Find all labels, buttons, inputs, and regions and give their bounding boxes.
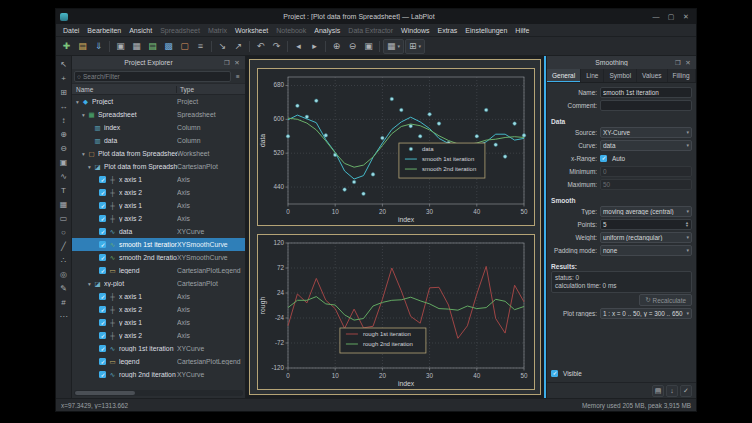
- new-folder-button[interactable]: ▣: [113, 39, 128, 54]
- plot-ranges-combo[interactable]: 1 : x = 0 .. 50, y = 300 .. 650▾: [600, 308, 692, 319]
- add-rect-tool-button[interactable]: ▭: [57, 212, 70, 225]
- xrange-auto-checkbox[interactable]: [600, 155, 607, 162]
- new-notebook-button[interactable]: ≡: [193, 39, 208, 54]
- visibility-checkbox[interactable]: [99, 345, 106, 352]
- select-tool-button[interactable]: ↖: [57, 58, 70, 71]
- expander-icon[interactable]: ▾: [74, 99, 81, 105]
- tree-item-y-axis-1[interactable]: ┼y axis 1Axis: [72, 199, 245, 212]
- zoom-out-button[interactable]: ⊖: [345, 39, 360, 54]
- recalculate-button[interactable]: ↻Recalculate: [639, 294, 692, 306]
- search-input[interactable]: [83, 73, 228, 80]
- zoom-select-tool-button[interactable]: ⊞: [57, 86, 70, 99]
- import-data-button[interactable]: ↘: [215, 39, 230, 54]
- visibility-checkbox[interactable]: [99, 306, 106, 313]
- plot-legend[interactable]: datasmooth 1st iterationsmooth 2nd itera…: [399, 143, 485, 178]
- curve-combo[interactable]: data▾: [600, 140, 692, 151]
- menu-bearbeiten[interactable]: Bearbeiten: [83, 27, 125, 34]
- expander-icon[interactable]: ▾: [86, 281, 93, 287]
- comment-field[interactable]: [600, 100, 692, 111]
- series-rough-2nd-iteration[interactable]: [288, 297, 524, 321]
- tree-item-rough-1st-iteration[interactable]: ∿rough 1st iterationXYCurve: [72, 342, 245, 355]
- visibility-checkbox[interactable]: [99, 228, 106, 235]
- tree-item-spreadsheet[interactable]: ▾▦SpreadsheetSpreadsheet: [72, 108, 245, 121]
- navigate-next-button[interactable]: ▸: [307, 39, 322, 54]
- view-mode-button[interactable]: ▦▾: [383, 39, 404, 54]
- visibility-checkbox[interactable]: [99, 202, 106, 209]
- float-dock-icon[interactable]: ❐: [673, 59, 683, 67]
- weight-combo[interactable]: uniform (rectangular)▾: [600, 232, 692, 243]
- close-dock-icon[interactable]: ✕: [683, 59, 693, 67]
- menu-analysis[interactable]: Analysis: [310, 27, 344, 34]
- tree-item-plot-data-from-spreadsheet[interactable]: ▾▢Plot data from SpreadsheetWorksheet: [72, 147, 245, 160]
- open-project-button[interactable]: ▤: [75, 39, 90, 54]
- visibility-checkbox[interactable]: [99, 371, 106, 378]
- tree-item-legend[interactable]: ▭legendCartesianPlotLegend: [72, 355, 245, 368]
- visibility-checkbox[interactable]: [99, 176, 106, 183]
- menu-worksheet[interactable]: Worksheet: [231, 27, 272, 34]
- save-project-button[interactable]: ⇓: [91, 39, 106, 54]
- menu-matrix[interactable]: Matrix: [204, 27, 231, 34]
- zoom-x-tool-button[interactable]: ↔: [57, 100, 70, 113]
- filter-options-icon[interactable]: ≡: [233, 73, 243, 80]
- project-explorer-header[interactable]: Project Explorer ❐ ✕: [72, 56, 245, 69]
- float-dock-icon[interactable]: ❐: [222, 59, 232, 67]
- tree-column-headers[interactable]: Name Type: [72, 83, 245, 95]
- undo-button[interactable]: ↶: [253, 39, 268, 54]
- new-workbook-button[interactable]: ▦: [129, 39, 144, 54]
- add-plot-tool-button[interactable]: ∿: [57, 170, 70, 183]
- spin-arrows-icon[interactable]: ▲▼: [685, 221, 689, 228]
- tree-item-data[interactable]: ▥dataColumn: [72, 134, 245, 147]
- new-project-button[interactable]: ✚: [59, 39, 74, 54]
- tree-item-x-axis-2[interactable]: ┼x axis 2Axis: [72, 303, 245, 316]
- worksheet-view[interactable]: 01020304050680600520440indexdatadatasmoo…: [246, 56, 544, 398]
- plot-bottom[interactable]: 010203040501207224-24-72-120indexroughro…: [257, 234, 535, 390]
- menu-extras[interactable]: Extras: [433, 27, 461, 34]
- visibility-checkbox[interactable]: [99, 332, 106, 339]
- plot-legend[interactable]: rough 1st iterationrough 2nd iteration: [340, 328, 426, 353]
- add-ellipse-tool-button[interactable]: ○: [57, 226, 70, 239]
- menu-data-extractor[interactable]: Data Extractor: [344, 27, 397, 34]
- source-combo[interactable]: XY-Curve▾: [600, 127, 692, 138]
- zoom-in-tool-button[interactable]: ⊕: [57, 128, 70, 141]
- visibility-checkbox[interactable]: [99, 267, 106, 274]
- minimize-icon[interactable]: —: [650, 13, 662, 20]
- new-worksheet-button[interactable]: ▢: [177, 39, 192, 54]
- menu-windows[interactable]: Windows: [397, 27, 433, 34]
- column-header-type[interactable]: Type: [177, 86, 245, 93]
- crosshair-tool-button[interactable]: +: [57, 72, 70, 85]
- tab-line[interactable]: Line: [581, 69, 604, 82]
- type-combo[interactable]: moving average (central)▾: [600, 206, 692, 217]
- tree-item-y-axis-2[interactable]: ┼y axis 2Axis: [72, 329, 245, 342]
- tree-item-smooth-2nd-iteration[interactable]: ∿smooth 2nd iterationXYSmoothCurve: [72, 251, 245, 264]
- zoom-y-tool-button[interactable]: ↕: [57, 114, 70, 127]
- tree-item-legend[interactable]: ▭legendCartesianPlotLegend: [72, 264, 245, 277]
- tree-item-xy-plot[interactable]: ▾◪xy-plotCartesianPlot: [72, 277, 245, 290]
- plot-top[interactable]: 01020304050680600520440indexdatadatasmoo…: [257, 68, 535, 226]
- tree-item-index[interactable]: ▥indexColumn: [72, 121, 245, 134]
- maximize-icon[interactable]: ▢: [665, 13, 677, 21]
- menu-notebook[interactable]: Notebook: [272, 27, 310, 34]
- menu-datei[interactable]: Datei: [59, 27, 83, 34]
- horizontal-scrollbar[interactable]: [74, 390, 243, 396]
- tree-item-smooth-1st-iteration[interactable]: ∿smooth 1st iterationXYSmoothCurve: [72, 238, 245, 251]
- expander-icon[interactable]: ▾: [86, 164, 93, 170]
- tree-item-y-axis-2[interactable]: ┼y axis 2Axis: [72, 212, 245, 225]
- export-data-button[interactable]: ↗: [231, 39, 246, 54]
- redo-button[interactable]: ↷: [269, 39, 284, 54]
- points-spinbox[interactable]: 5▲▼: [600, 219, 692, 230]
- padding-mode-combo[interactable]: none▾: [600, 245, 692, 256]
- apply-template-button[interactable]: ✓: [680, 385, 692, 397]
- pan-tool-button[interactable]: ◎: [57, 268, 70, 281]
- new-spreadsheet-button[interactable]: ▤: [145, 39, 160, 54]
- tab-filling[interactable]: Filling: [668, 69, 696, 82]
- add-line-tool-button[interactable]: ╱: [57, 240, 70, 253]
- menu-ansicht[interactable]: Ansicht: [125, 27, 156, 34]
- save-template-button[interactable]: ↓: [666, 385, 678, 397]
- tab-general[interactable]: General: [547, 69, 581, 82]
- zoom-in-button[interactable]: ⊕: [329, 39, 344, 54]
- visibility-checkbox[interactable]: [99, 319, 106, 326]
- edit-tool-button[interactable]: ✎: [57, 282, 70, 295]
- close-dock-icon[interactable]: ✕: [232, 59, 242, 67]
- expander-icon[interactable]: ▾: [80, 112, 87, 118]
- expander-icon[interactable]: ▾: [80, 151, 87, 157]
